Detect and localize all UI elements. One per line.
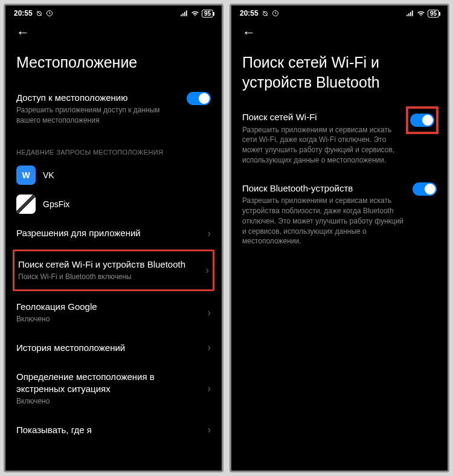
highlighted-wifi-toggle	[406, 106, 439, 134]
phone-left: 20:55 95 ← Местоположение Доступ к место…	[4, 4, 223, 472]
bluetooth-scan-row: Поиск Bluetooth-устройств Разрешить прил…	[242, 174, 437, 255]
location-access-sub: Разрешить приложениям доступ к данным ва…	[16, 105, 179, 126]
page-title: Местоположение	[5, 43, 222, 83]
app-row-gpsfix[interactable]: GpsFix	[16, 190, 211, 219]
location-history-title: История местоположений	[16, 342, 200, 354]
alarm-off-icon	[36, 10, 43, 17]
wifi-icon	[191, 10, 199, 17]
alarm-off-icon	[262, 10, 269, 17]
location-access-title: Доступ к местоположению	[16, 92, 179, 104]
location-history-row[interactable]: История местоположений ›	[16, 333, 211, 362]
header: ←	[231, 19, 448, 43]
wifi-icon	[417, 10, 425, 17]
app-permissions-row[interactable]: Разрешения для приложений ›	[16, 219, 211, 248]
gpsfix-icon	[16, 195, 36, 214]
bluetooth-scan-title: Поиск Bluetooth-устройств	[242, 182, 405, 195]
google-location-title: Геолокация Google	[16, 301, 200, 313]
battery-indicator: 95	[428, 10, 439, 18]
app-permissions-title: Разрешения для приложений	[16, 227, 200, 239]
back-button[interactable]: ←	[242, 25, 255, 40]
emergency-location-title: Определение местоположения в экстренных …	[16, 371, 200, 394]
clock-icon	[46, 10, 53, 17]
wifi-scan-row: Поиск сетей Wi-Fi Разрешить приложениям …	[242, 103, 437, 174]
chevron-right-icon: ›	[207, 227, 211, 240]
wifi-bt-scan-sub: Поиск Wi-Fi и Bluetooth включены	[18, 272, 198, 282]
status-bar: 20:55 95	[231, 5, 448, 19]
app-name-gpsfix: GpsFix	[43, 199, 69, 209]
bluetooth-scan-toggle[interactable]	[413, 182, 437, 196]
google-location-sub: Включено	[16, 314, 200, 324]
wifi-bt-scan-row[interactable]: Поиск сетей Wi-Fi и устройств Bluetooth …	[18, 257, 209, 283]
clock-icon	[272, 10, 279, 17]
recent-requests-label: НЕДАВНИЕ ЗАПРОСЫ МЕСТОПОЛОЖЕНИЯ	[16, 134, 211, 161]
google-location-row[interactable]: Геолокация Google Включено ›	[16, 292, 211, 333]
location-access-toggle[interactable]	[187, 92, 211, 105]
app-row-vk[interactable]: W VK	[16, 161, 211, 190]
back-button[interactable]: ←	[16, 25, 30, 40]
bluetooth-scan-sub: Разрешить приложениям и сервисам искать …	[242, 196, 405, 246]
location-access-row: Доступ к местоположению Разрешить прилож…	[16, 83, 211, 134]
signal-icon	[180, 10, 188, 17]
page-title: Поиск сетей Wi-Fi и устройств Bluetooth	[231, 43, 448, 103]
status-time: 20:55	[240, 9, 259, 18]
emergency-location-row[interactable]: Определение местоположения в экстренных …	[16, 362, 211, 415]
emergency-location-sub: Включено	[16, 396, 200, 407]
app-name-vk: VK	[43, 170, 54, 180]
vk-icon: W	[16, 166, 36, 185]
show-where-title: Показывать, где я	[16, 424, 200, 436]
wifi-scan-sub: Разрешить приложениям и сервисам искать …	[242, 125, 400, 166]
wifi-scan-title: Поиск сетей Wi-Fi	[242, 111, 400, 123]
chevron-right-icon: ›	[205, 264, 209, 277]
wifi-bt-scan-title: Поиск сетей Wi-Fi и устройств Bluetooth	[18, 259, 198, 271]
phone-right: 20:55 95 ← Поиск сетей Wi-Fi и устройств…	[230, 4, 449, 472]
chevron-right-icon: ›	[207, 382, 211, 395]
show-where-row[interactable]: Показывать, где я ›	[16, 415, 211, 445]
highlighted-scan-row: Поиск сетей Wi-Fi и устройств Bluetooth …	[13, 249, 214, 291]
chevron-right-icon: ›	[207, 341, 211, 354]
signal-icon	[406, 10, 414, 17]
header: ←	[5, 19, 222, 43]
battery-indicator: 95	[202, 10, 213, 18]
chevron-right-icon: ›	[207, 306, 211, 319]
wifi-scan-toggle[interactable]	[410, 114, 434, 127]
status-bar: 20:55 95	[5, 5, 222, 19]
chevron-right-icon: ›	[207, 423, 211, 436]
status-time: 20:55	[14, 9, 33, 18]
